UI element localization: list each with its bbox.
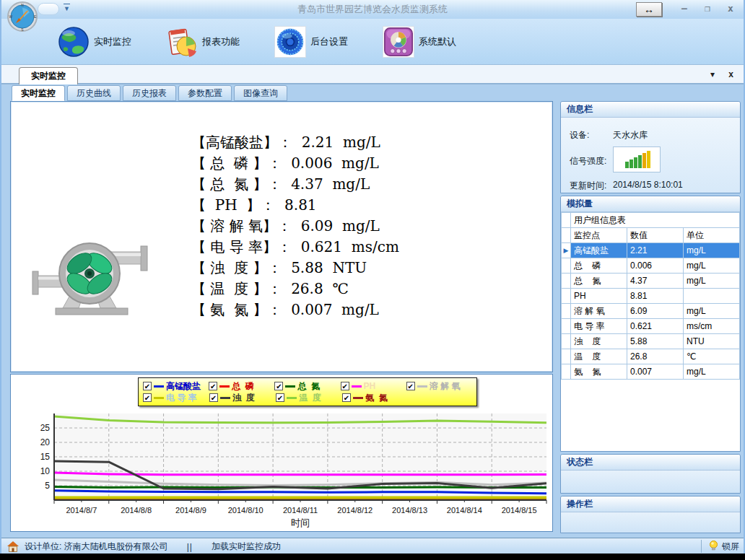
checkbox-checked-icon[interactable]: ✔ — [143, 393, 152, 402]
svg-text:2014/8/13: 2014/8/13 — [392, 506, 427, 515]
svg-text:2014/8/11: 2014/8/11 — [283, 506, 318, 515]
checkbox-checked-icon[interactable]: ✔ — [143, 382, 152, 390]
svg-text:2014/8/9: 2014/8/9 — [175, 506, 206, 515]
app-logo-compass-icon[interactable]: N S W E — [7, 1, 38, 32]
table-row[interactable]: 电 导 率0.621ms/cm — [562, 319, 740, 334]
legend-label: 浊 度 — [232, 392, 255, 404]
reading-line: 【 浊 度 】： 5.88 NTU — [191, 258, 399, 279]
svg-text:时间: 时间 — [291, 517, 310, 528]
toolbar-system-default-button[interactable]: 系统默认 — [378, 22, 461, 61]
table-row[interactable]: 氨 氮0.007mg/L — [562, 364, 740, 380]
realtime-monitor-panel: 【高锰酸盐】： 2.21 mg/L【 总 磷 】： 0.006 mg/L【 总 … — [10, 101, 553, 372]
sub-tab-bar: 实时监控历史曲线历史报表参数配置图像查询 — [12, 85, 287, 101]
legend-label: 温 度 — [299, 392, 321, 404]
operation-panel-title: 操作栏 — [561, 496, 740, 512]
reading-line: 【 总 磷 】： 0.006 mg/L — [191, 153, 399, 174]
checkbox-checked-icon[interactable]: ✔ — [406, 382, 415, 390]
legend-line-swatch — [154, 397, 164, 399]
legend-label: PH — [364, 381, 376, 391]
tabstrip-close-icon[interactable]: x — [728, 69, 733, 79]
trend-chart-panel: ✔高锰酸盐✔总 磷✔总 氮✔PH✔溶 解 氧✔电 导 率✔浊 度✔温 度✔氨 氮… — [10, 374, 553, 532]
title-bar: N S W E ▼ 青岛市世界园艺博览会水质监测系统 ↔ – ❐ x — [1, 0, 744, 19]
toolbar-report-function-button[interactable]: 报表功能 — [162, 22, 244, 61]
sub-tab-3[interactable]: 参数配置 — [178, 85, 232, 101]
document-tab-strip: 实时监控 ▾ x — [1, 65, 744, 84]
checkbox-checked-icon[interactable]: ✔ — [276, 393, 284, 402]
toolbar-button-label: 后台设置 — [310, 35, 348, 48]
legend-line-swatch — [287, 397, 297, 399]
legend-label: 高锰酸盐 — [166, 380, 201, 393]
signal-label: 信号强度: — [570, 155, 606, 167]
maximize-button[interactable]: ❐ — [702, 3, 713, 14]
status-bar: 设计单位: 济南大陆机电股份有限公司 || 加载实时监控成功 锁屏 — [1, 538, 744, 554]
window-title: 青岛市世界园艺博览会水质监测系统 — [1, 3, 744, 16]
legend-item-toggle[interactable]: ✔氨 氮 — [342, 392, 409, 403]
legend-line-swatch — [220, 397, 230, 399]
table-row[interactable]: 溶 解 氧6.09mg/L — [562, 304, 740, 319]
globe-icon — [58, 26, 90, 58]
legend-item-toggle[interactable]: ✔PH — [341, 380, 406, 392]
analog-table: 用户组信息表监控点数值单位▶高锰酸盐2.21mg/L总 磷0.006mg/L总 … — [561, 212, 740, 380]
signal-bars-icon — [614, 147, 660, 172]
sub-tab-4[interactable]: 图像查询 — [234, 85, 287, 101]
info-panel-title: 信息栏 — [561, 102, 740, 118]
tabstrip-dropdown-icon[interactable]: ▾ — [710, 69, 715, 79]
legend-line-swatch — [285, 385, 295, 388]
lock-screen-button[interactable]: 锁屏 — [701, 540, 739, 553]
legend-line-swatch — [417, 385, 427, 388]
trend-chart: 5101520252014/8/72014/8/82014/8/92014/8/… — [25, 408, 554, 532]
resize-toggle-button[interactable]: ↔ — [636, 2, 662, 17]
home-icon — [7, 541, 19, 552]
toolbar-realtime-monitor-button[interactable]: 实时监控 — [53, 22, 136, 61]
backend-settings-icon — [274, 26, 306, 58]
toolbar-backend-settings-button[interactable]: 后台设置 — [270, 22, 352, 61]
pump-icon — [28, 230, 152, 321]
column-header[interactable]: 单位 — [684, 228, 740, 243]
reading-line: 【高锰酸盐】： 2.21 mg/L — [191, 132, 399, 153]
legend-item-toggle[interactable]: ✔溶 解 氧 — [406, 380, 472, 392]
legend-item-toggle[interactable]: ✔总 氮 — [274, 380, 340, 392]
legend-line-swatch — [352, 385, 362, 388]
table-row[interactable]: 总 磷0.006mg/L — [562, 258, 740, 274]
reading-line: 【 总 氮 】： 4.37 mg/L — [191, 174, 399, 195]
legend-item-toggle[interactable]: ✔温 度 — [276, 392, 342, 403]
table-row[interactable]: 温 度26.8℃ — [562, 349, 740, 364]
update-time-value: 2014/8/15 8:10:01 — [613, 180, 683, 190]
checkbox-checked-icon[interactable]: ✔ — [209, 382, 217, 390]
document-tab-realtime[interactable]: 实时监控 — [19, 67, 78, 84]
column-header[interactable]: 监控点 — [571, 228, 627, 243]
svg-text:20: 20 — [40, 437, 51, 447]
app-background: N S W E ▼ 青岛市世界园艺博览会水质监测系统 ↔ – ❐ x — [0, 0, 745, 554]
checkbox-checked-icon[interactable]: ✔ — [342, 393, 351, 402]
legend-item-toggle[interactable]: ✔浊 度 — [209, 392, 276, 403]
checkbox-checked-icon[interactable]: ✔ — [209, 393, 218, 402]
column-header[interactable]: 数值 — [627, 228, 684, 243]
checkbox-checked-icon[interactable]: ✔ — [341, 382, 349, 390]
table-row[interactable]: 浊 度5.88NTU — [562, 334, 740, 349]
reading-line: 【 温 度 】： 26.8 ℃ — [191, 279, 399, 299]
svg-text:W: W — [9, 14, 13, 19]
table-row[interactable]: 总 氮4.37mg/L — [562, 274, 740, 289]
reading-line: 【 溶 解 氧】： 6.09 mg/L — [191, 216, 399, 237]
svg-text:10: 10 — [40, 466, 51, 476]
legend-item-toggle[interactable]: ✔总 磷 — [209, 380, 274, 392]
lock-screen-label: 锁屏 — [722, 541, 739, 553]
status-panel: 状态栏 — [560, 454, 741, 494]
close-button[interactable]: x — [725, 3, 736, 14]
designer-text: 设计单位: 济南大陆机电股份有限公司 — [25, 541, 168, 553]
app-window: N S W E ▼ 青岛市世界园艺博览会水质监测系统 ↔ – ❐ x — [0, 0, 745, 560]
table-row[interactable]: PH8.81 — [562, 289, 740, 304]
legend-item-toggle[interactable]: ✔高锰酸盐 — [143, 380, 209, 392]
load-status-message: 加载实时监控成功 — [212, 541, 281, 553]
checkbox-checked-icon[interactable]: ✔ — [274, 382, 283, 390]
legend-item-toggle[interactable]: ✔电 导 率 — [143, 392, 209, 403]
chart-legend: ✔高锰酸盐✔总 磷✔总 氮✔PH✔溶 解 氧✔电 导 率✔浊 度✔温 度✔氨 氮 — [138, 377, 477, 406]
signal-strength-indicator — [613, 146, 661, 172]
sub-tab-1[interactable]: 历史曲线 — [67, 85, 121, 101]
toolbar-button-label: 实时监控 — [94, 35, 131, 48]
sub-tab-2[interactable]: 历史报表 — [123, 85, 176, 101]
sub-tab-0[interactable]: 实时监控 — [12, 85, 65, 101]
table-row[interactable]: ▶高锰酸盐2.21mg/L — [562, 243, 740, 258]
analog-panel: 模拟量 用户组信息表监控点数值单位▶高锰酸盐2.21mg/L总 磷0.006mg… — [560, 196, 741, 452]
minimize-button[interactable]: – — [679, 3, 690, 14]
